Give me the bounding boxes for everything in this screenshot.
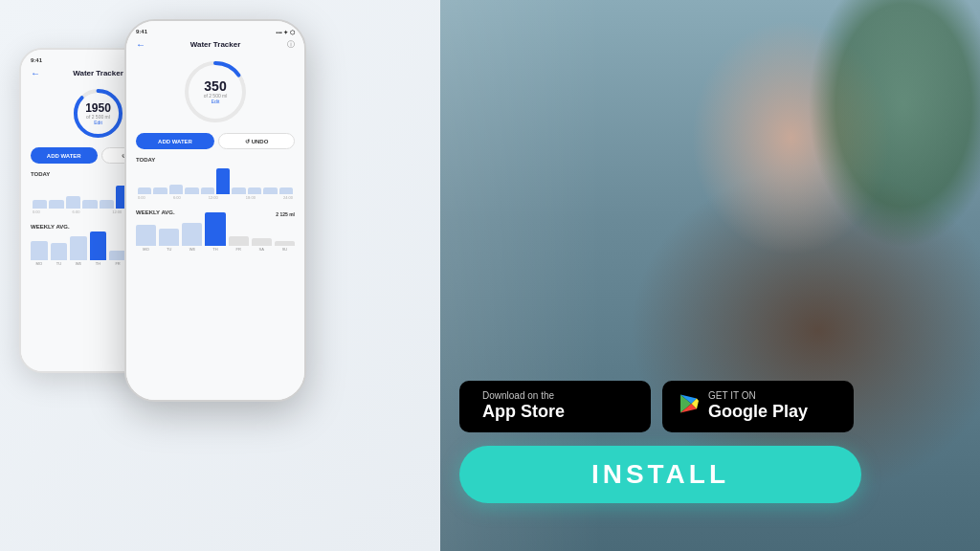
circle-front: 350 of 2 500 ml Edit [182, 58, 249, 125]
wk-group: TH [205, 212, 225, 252]
google-play-large: Google Play [708, 402, 808, 423]
weekly-bars-front: MO TU WE TH [136, 218, 295, 252]
info-icon-front: ⓘ [287, 39, 295, 50]
wk-group: MO [136, 225, 156, 252]
circle-inner-front: 350 of 2 500 ml Edit [204, 79, 228, 104]
wk-bar-active [90, 231, 107, 260]
undo-icon-front: ↺ [245, 138, 250, 144]
circle-inner-back: 1950 of 2 500 ml Edit [85, 102, 111, 125]
bar [138, 187, 151, 195]
weekly-label-front: WEEKLY AVG. [136, 209, 175, 215]
time-back: 9:41 [31, 57, 42, 64]
btn-row-front: ADD WATER ↺ UNDO [132, 129, 299, 153]
phone-front-screen: 9:41 ▪▪▪ ✦ ⬡ ← Water Tracker ⓘ 350 of 2 … [126, 21, 304, 400]
phone-front: 9:41 ▪▪▪ ✦ ⬡ ← Water Tracker ⓘ 350 of 2 … [124, 19, 306, 402]
title-front: Water Tracker [190, 40, 241, 49]
app-store-text: Download on the App Store [482, 390, 565, 423]
wk-group: WE [182, 223, 202, 252]
bar [248, 187, 261, 195]
edit-back: Edit [85, 120, 111, 125]
google-play-small: GET IT ON [708, 390, 808, 402]
wk-bar-active [205, 212, 225, 246]
bar [169, 185, 183, 195]
bar [153, 187, 167, 195]
bar [33, 200, 47, 209]
edit-front: Edit [204, 99, 228, 104]
bar [279, 187, 293, 195]
circle-container-front: 350 of 2 500 ml Edit [132, 53, 299, 129]
x-labels-front: 0:00 6:00 12:00 18:00 24:00 [136, 194, 295, 200]
undo-btn-front[interactable]: ↺ UNDO [218, 133, 295, 149]
back-arrow-back: ← [31, 68, 40, 78]
wk-group: TU [159, 229, 179, 252]
today-label-front: TODAY [136, 157, 295, 163]
app-store-button[interactable]: Download on the App Store [459, 381, 651, 432]
bar [232, 187, 245, 195]
wk-bar [229, 236, 249, 246]
wk-bar [275, 241, 295, 246]
bar-active [216, 168, 230, 194]
wk-group: MO [31, 241, 48, 266]
app-store-small: Download on the [482, 390, 565, 402]
bar [185, 187, 198, 195]
wk-bar [136, 225, 156, 246]
wk-bar [70, 236, 87, 260]
google-play-text: GET IT ON Google Play [708, 390, 808, 423]
signal-icons-front: ▪▪▪ ✦ ⬡ [276, 29, 295, 35]
chart-today-front: TODAY 0:00 6:00 12:00 1 [132, 153, 299, 202]
time-front: 9:41 [136, 29, 147, 35]
bar [201, 187, 214, 195]
wk-bar [182, 223, 202, 246]
bar [82, 200, 97, 209]
google-play-button[interactable]: GET IT ON Google Play [662, 381, 854, 432]
wk-group: WE [70, 236, 87, 266]
add-water-btn-back[interactable]: ADD WATER [31, 147, 98, 164]
wk-bar [159, 229, 179, 246]
chart-weekly-front: WEEKLY AVG. 2 125 ml MO TU WE [132, 206, 299, 253]
right-panel: Download on the App Store GET IT ON Goo [440, 0, 980, 551]
wk-bar [51, 243, 68, 260]
wk-group: SA [252, 238, 272, 252]
wk-bar [31, 241, 48, 260]
bar [66, 196, 80, 209]
circle-back: 1950 of 2 500 ml Edit [72, 87, 124, 140]
bar [49, 200, 63, 209]
left-panel: 9:41 ▪▪ ✦ ← Water Tracker 1950 of 2 500 … [0, 0, 440, 551]
weekly-value-front: 2 125 ml [276, 211, 295, 217]
wk-group: TU [51, 243, 68, 266]
add-water-btn-front[interactable]: ADD WATER [136, 133, 214, 149]
play-icon [678, 392, 701, 421]
bar [263, 187, 277, 195]
wk-group: TH [90, 231, 107, 266]
wk-bar [252, 238, 272, 246]
header-front: ← Water Tracker ⓘ [132, 37, 299, 53]
back-arrow-front: ← [136, 39, 145, 50]
bar [100, 200, 114, 209]
app-store-large: App Store [482, 402, 565, 423]
store-buttons: Download on the App Store GET IT ON Goo [459, 381, 854, 432]
install-button[interactable]: INSTALL [459, 446, 861, 503]
wk-group: SU [275, 241, 295, 252]
undo-label-front: UNDO [252, 139, 269, 144]
water-amount-back: 1950 [85, 102, 111, 114]
wk-group: FR [229, 236, 249, 252]
title-back: Water Tracker [73, 69, 123, 77]
daily-bars-front [136, 165, 295, 194]
water-amount-front: 350 [204, 79, 228, 93]
status-bar-front: 9:41 ▪▪▪ ✦ ⬡ [132, 29, 299, 37]
